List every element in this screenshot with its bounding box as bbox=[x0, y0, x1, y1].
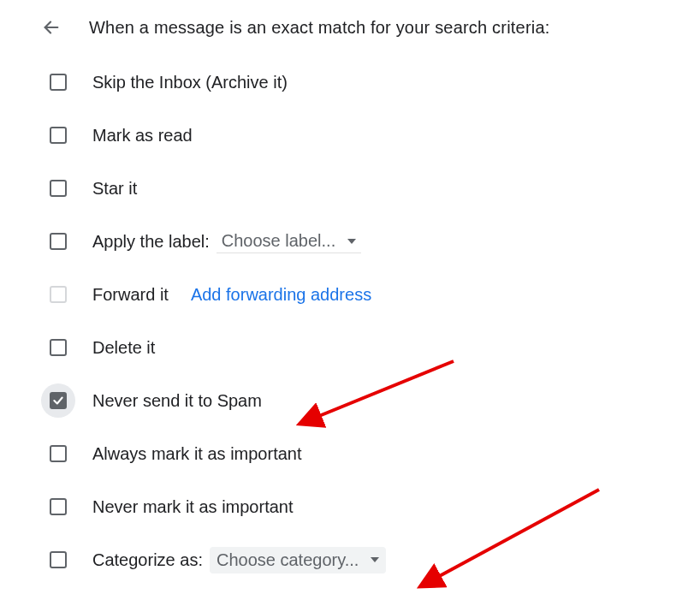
label-never-important: Never mark it as important bbox=[92, 497, 294, 517]
option-apply-label[interactable]: Apply the label: Choose label... bbox=[41, 224, 700, 258]
select-apply-label[interactable]: Choose label... bbox=[217, 229, 361, 253]
checkbox-apply-label[interactable] bbox=[50, 233, 67, 250]
checkbox-delete[interactable] bbox=[50, 339, 67, 356]
select-apply-label-text: Choose label... bbox=[222, 231, 335, 251]
checkbox-forward bbox=[50, 286, 67, 303]
link-add-forwarding[interactable]: Add forwarding address bbox=[191, 285, 371, 305]
label-categorize: Categorize as: bbox=[92, 550, 203, 570]
label-never-spam: Never send it to Spam bbox=[92, 391, 262, 411]
chevron-down-icon bbox=[371, 557, 379, 562]
page-title: When a message is an exact match for you… bbox=[89, 18, 550, 38]
checkbox-skip-inbox[interactable] bbox=[50, 74, 67, 91]
select-categorize-text: Choose category... bbox=[217, 550, 359, 570]
label-apply-label: Apply the label: bbox=[92, 232, 210, 252]
label-always-important: Always mark it as important bbox=[92, 444, 302, 464]
checkbox-mark-read[interactable] bbox=[50, 127, 67, 144]
chevron-down-icon bbox=[347, 239, 356, 244]
checkbox-never-important[interactable] bbox=[50, 498, 67, 515]
option-delete[interactable]: Delete it bbox=[41, 330, 700, 365]
label-star: Star it bbox=[92, 179, 137, 199]
label-delete: Delete it bbox=[92, 338, 155, 358]
checkbox-star[interactable] bbox=[50, 180, 67, 197]
back-arrow-icon[interactable] bbox=[41, 17, 62, 38]
checkbox-never-spam[interactable] bbox=[50, 392, 67, 409]
checkbox-categorize[interactable] bbox=[50, 551, 67, 568]
select-categorize[interactable]: Choose category... bbox=[210, 547, 386, 573]
label-mark-read: Mark as read bbox=[92, 126, 193, 146]
label-forward: Forward it bbox=[92, 285, 169, 305]
option-skip-inbox[interactable]: Skip the Inbox (Archive it) bbox=[41, 65, 700, 99]
option-categorize[interactable]: Categorize as: Choose category... bbox=[41, 543, 700, 577]
option-never-spam[interactable]: Never send it to Spam bbox=[41, 383, 700, 418]
option-mark-read[interactable]: Mark as read bbox=[41, 118, 700, 152]
option-always-important[interactable]: Always mark it as important bbox=[41, 437, 700, 471]
option-star[interactable]: Star it bbox=[41, 171, 700, 205]
option-never-important[interactable]: Never mark it as important bbox=[41, 490, 700, 524]
option-forward: Forward it Add forwarding address bbox=[41, 277, 700, 312]
header: When a message is an exact match for you… bbox=[41, 17, 700, 38]
label-skip-inbox: Skip the Inbox (Archive it) bbox=[92, 73, 288, 92]
checkbox-always-important[interactable] bbox=[50, 445, 67, 462]
